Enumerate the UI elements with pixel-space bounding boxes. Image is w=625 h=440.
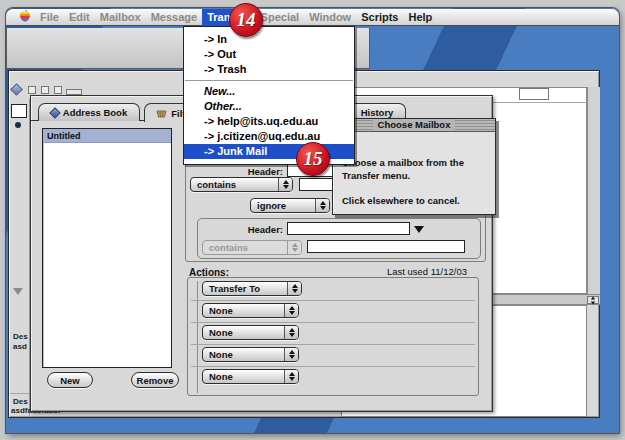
action-popup-1[interactable]: Transfer To bbox=[202, 281, 302, 296]
action-popup-5[interactable]: None bbox=[202, 369, 299, 384]
filter-list-item-selected[interactable]: Untitled bbox=[43, 129, 171, 143]
apple-menu-icon[interactable] bbox=[19, 9, 31, 25]
address-book-icon bbox=[49, 107, 60, 118]
popup-stepper-icon bbox=[315, 199, 329, 212]
popup-stepper-icon bbox=[284, 304, 298, 317]
row-divider bbox=[191, 300, 475, 301]
menu-separator bbox=[185, 80, 353, 81]
menu-edit[interactable]: Edit bbox=[64, 9, 95, 26]
menu-bar: File Edit Mailbox Message Transfer Speci… bbox=[6, 9, 619, 26]
tab-label: Address Book bbox=[63, 107, 127, 118]
last-used-text: Last used 11/12/03 bbox=[360, 266, 467, 277]
list-header-cell bbox=[519, 88, 549, 100]
choose-mailbox-dialog: Choose Mailbox Choose a mailbox from the… bbox=[332, 118, 496, 215]
operator-popup-2[interactable]: contains bbox=[202, 240, 302, 255]
popup-stepper-icon bbox=[284, 370, 298, 383]
remove-filter-button[interactable]: Remove bbox=[131, 372, 179, 388]
menu-item-jcitizen-mailbox[interactable]: -> j.citizen@uq.edu.au bbox=[184, 129, 354, 144]
header-label-2: Header: bbox=[205, 224, 283, 235]
dialog-message: Choose a mailbox from the Transfer menu. bbox=[342, 156, 486, 182]
dialog-cancel-hint: Click elsewhere to cancel. bbox=[342, 194, 486, 207]
gutter-cell bbox=[11, 104, 27, 118]
fragment-text: Des bbox=[13, 397, 28, 406]
row-divider bbox=[191, 322, 475, 323]
menu-message[interactable]: Message bbox=[146, 9, 202, 26]
vertical-scrollbar[interactable] bbox=[587, 87, 600, 294]
row-divider bbox=[191, 366, 475, 367]
status-bullet-icon bbox=[15, 122, 21, 128]
conjunction-popup[interactable]: ignore bbox=[250, 198, 330, 213]
menu-item-trash[interactable]: -> Trash bbox=[184, 62, 354, 77]
column-header-icon bbox=[28, 86, 36, 94]
filter-list[interactable]: Untitled bbox=[42, 128, 172, 368]
operator-popup-1[interactable]: contains bbox=[190, 177, 293, 192]
popup-stepper-icon bbox=[278, 178, 292, 191]
menu-mailbox[interactable]: Mailbox bbox=[95, 9, 146, 26]
popup-stepper-icon bbox=[284, 348, 298, 361]
action-popup-4[interactable]: None bbox=[202, 347, 299, 362]
actions-gutter-line bbox=[197, 281, 198, 393]
action-popup-3[interactable]: None bbox=[202, 325, 299, 340]
header-label: Header: bbox=[200, 166, 283, 177]
tab-address-book[interactable]: Address Book bbox=[38, 103, 140, 121]
transfer-menu: -> In -> Out -> Trash New... Other... ->… bbox=[183, 26, 355, 165]
popup-stepper-icon bbox=[284, 326, 298, 339]
column-header-icon bbox=[54, 86, 62, 94]
menu-item-out[interactable]: -> Out bbox=[184, 47, 354, 62]
annotation-badge-14: 14 bbox=[229, 3, 263, 37]
menu-item-help-mailbox[interactable]: -> help@its.uq.edu.au bbox=[184, 114, 354, 129]
splitter-stepper[interactable] bbox=[587, 296, 599, 304]
combo-dropdown-icon[interactable] bbox=[414, 226, 424, 233]
dialog-title-bar[interactable]: Choose Mailbox bbox=[333, 119, 495, 132]
menu-help[interactable]: Help bbox=[403, 9, 437, 26]
dialog-title: Choose Mailbox bbox=[373, 119, 456, 131]
menu-window[interactable]: Window bbox=[304, 9, 356, 26]
column-diamond-icon bbox=[10, 83, 23, 96]
menu-item-new[interactable]: New... bbox=[184, 84, 354, 99]
filters-basket-icon bbox=[156, 109, 167, 118]
annotation-badge-15: 15 bbox=[296, 142, 330, 176]
fragment-text: asd bbox=[13, 342, 27, 351]
header-combo-2[interactable] bbox=[287, 222, 410, 235]
action-popup-2[interactable]: None bbox=[202, 303, 299, 318]
menu-scripts[interactable]: Scripts bbox=[356, 9, 403, 26]
row-divider bbox=[191, 344, 475, 345]
column-header-icon bbox=[41, 86, 49, 94]
menu-item-other[interactable]: Other... bbox=[184, 99, 354, 114]
popup-stepper-icon bbox=[287, 282, 301, 295]
match-value-2[interactable] bbox=[307, 240, 465, 253]
menu-item-in[interactable]: -> In bbox=[184, 32, 354, 47]
sort-down-icon[interactable] bbox=[13, 288, 23, 295]
popup-stepper-icon bbox=[287, 241, 301, 254]
tab-label: History bbox=[361, 107, 394, 118]
fragment-text: Des bbox=[13, 332, 28, 341]
menu-file[interactable]: File bbox=[35, 9, 64, 26]
new-filter-button[interactable]: New bbox=[47, 372, 93, 388]
